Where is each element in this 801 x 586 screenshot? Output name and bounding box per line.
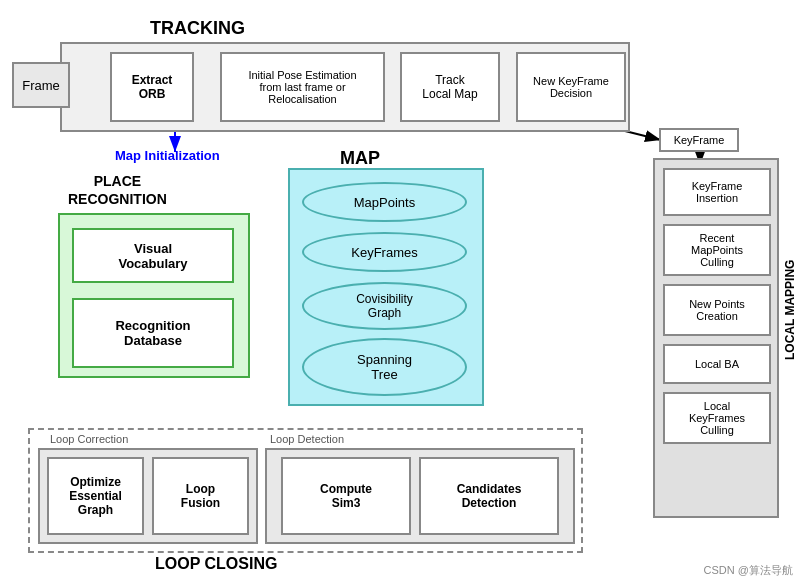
loop-detection-box: ComputeSim3 CandidatesDetection [265,448,575,544]
spanning-tree-oval: SpanningTree [302,338,467,396]
local-mapping-label: LOCAL MAPPING [783,210,797,410]
map-label: MAP [340,148,380,169]
keyframes-oval: KeyFrames [302,232,467,272]
frame-box: Frame [12,62,70,108]
place-recognition-label: PLACERECOGNITION [68,172,167,208]
tracking-label: TRACKING [150,18,245,39]
visual-vocabulary-box: VisualVocabulary [72,228,234,283]
compute-sim3-box: ComputeSim3 [281,457,411,535]
candidates-detection-box: CandidatesDetection [419,457,559,535]
loop-correction-label: Loop Correction [50,433,128,445]
initial-pose-box: Initial Pose Estimationfrom last frame o… [220,52,385,122]
keyframe-box: KeyFrame [659,128,739,152]
loop-correction-box: OptimizeEssentialGraph LoopFusion [38,448,258,544]
local-ba-box: Local BA [663,344,771,384]
track-local-map-box: TrackLocal Map [400,52,500,122]
local-keyframes-culling-box: LocalKeyFramesCulling [663,392,771,444]
new-points-creation-box: New PointsCreation [663,284,771,336]
keyframe-insertion-box: KeyFrameInsertion [663,168,771,216]
new-keyframe-box: New KeyFrameDecision [516,52,626,122]
loop-fusion-box: LoopFusion [152,457,249,535]
watermark: CSDN @算法导航 [704,563,793,578]
map-init-label: Map Initialization [115,148,220,163]
recognition-database-box: RecognitionDatabase [72,298,234,368]
extract-orb-box: ExtractORB [110,52,194,122]
loop-detection-label: Loop Detection [270,433,344,445]
loop-closing-label: LOOP CLOSING [155,555,277,573]
covisibility-oval: CovisibilityGraph [302,282,467,330]
optimize-essential-graph-box: OptimizeEssentialGraph [47,457,144,535]
recent-mappoints-culling-box: RecentMapPointsCulling [663,224,771,276]
mappoints-oval: MapPoints [302,182,467,222]
